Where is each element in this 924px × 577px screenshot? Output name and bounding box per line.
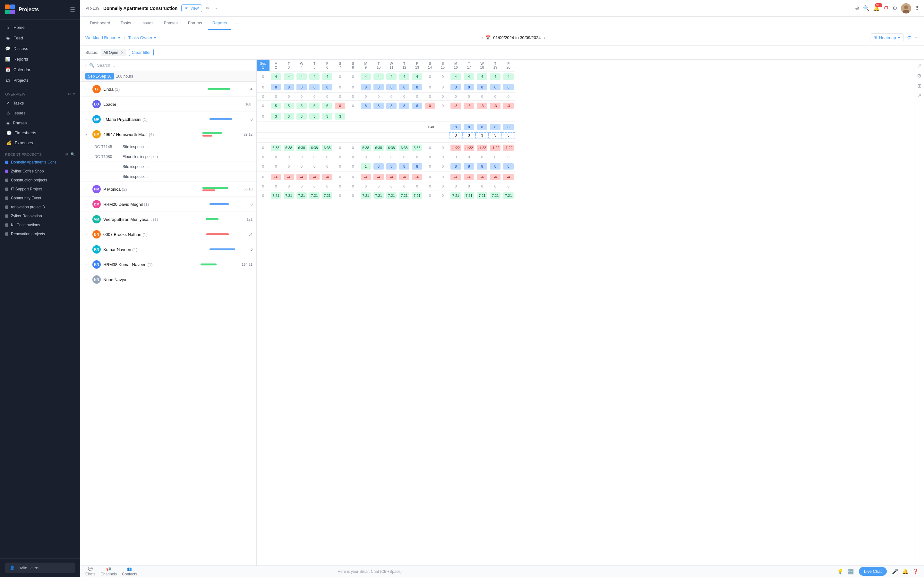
lightbulb-icon[interactable]: 💡 [837,568,843,574]
project-item-zylker-reno[interactable]: Zylker Renovation [0,211,80,221]
settings-icon[interactable]: ⚙ [893,5,897,11]
nav-item-calendar[interactable]: 📅 Calendar [0,64,80,75]
nav-item-home[interactable]: ⌂ Home [0,22,80,33]
apps-icon[interactable]: ⠿ [915,5,919,11]
col-header-t10: T10 [372,60,385,71]
tab-phases[interactable]: Phases [159,17,182,30]
status-bar: 💬 Chats 📢 Channels 👥 Contacts Here is yo… [80,566,924,577]
tab-forums[interactable]: Forums [184,17,207,30]
project-dot [5,169,8,173]
table-row: 0 4 4 4 4 4 0 0 4 4 4 4 4 0 0 [257,71,515,82]
clear-filter-button[interactable]: Clear filter [129,49,153,56]
nav-item-reports[interactable]: 📊 Reports [0,54,80,64]
next-date-button[interactable]: › [543,35,545,41]
fullscreen-icon[interactable]: ⤢ [917,63,921,69]
chevron-down-icon[interactable]: ▾ [73,92,75,96]
sidebar-item-timesheets[interactable]: 🕐 Timesheets [0,128,80,138]
channels-icon: 📢 [106,567,111,571]
chat-icon: 💬 [88,567,93,571]
live-chat-button[interactable]: Live Chat [859,567,887,576]
more-options-button[interactable]: ··· [915,35,919,41]
sidebar-footer: 👤 Invite Users [0,558,80,577]
plus-icon[interactable]: ⊕ [855,5,859,11]
export-icon[interactable]: ↗ [917,93,921,99]
contacts-button[interactable]: 👥 Contacts [122,567,137,576]
notifications-button[interactable]: 🔔 99+ [873,5,880,11]
sidebar-item-tasks[interactable]: ✓ Tasks [0,98,80,108]
channels-button[interactable]: 📢 Channels [100,567,117,576]
resource-row[interactable]: › MP I Maria Priyadharsini (1) 0 [80,112,256,127]
project-item-it-support[interactable]: IT Support Project [0,185,80,193]
table-row: 0 5 5 5 5 5 0 0 8 8 8 8 8 0 0 [257,101,515,111]
tab-reports[interactable]: Reports [208,17,232,30]
search-icon[interactable]: 🔍 [863,5,869,11]
resource-row[interactable]: LO Loader 168 [80,97,256,112]
report-header: Workload Report ▾ › Tasks Owner ▾ ‹ 📅 01… [80,30,924,45]
grid-icon[interactable]: ⊞ [917,83,921,89]
tasks-owner-button[interactable]: Tasks Owner ▾ [128,35,156,40]
search-input[interactable] [97,63,251,68]
filter-button[interactable]: ⚗ [907,35,911,41]
section-actions: ⚙ ▾ [68,92,75,96]
sidebar-item-issues[interactable]: ⚠ Issues [0,108,80,118]
search-icon[interactable]: 🔍 [71,152,75,156]
project-item-renovation3[interactable]: renovation project 3 [0,203,80,211]
resource-row[interactable]: › VM Veeraputhiran Muniyasa... (1) 121 [80,212,256,227]
collapse-icon[interactable]: ‹ [86,63,87,68]
translate-icon[interactable]: 🔤 [847,568,854,574]
view-button[interactable]: 👁 View [181,5,202,12]
heatmap-button[interactable]: ⊞ Heatmap ▾ [870,33,904,42]
resource-row[interactable]: › PM P Monica (2) 50:18 [80,182,256,197]
resource-row[interactable]: › DM HRM20 David Mughil (1) 0 [80,197,256,212]
help-icon[interactable]: ❓ [913,568,919,574]
nav-tabs: Dashboard Tasks Issues Phases Forums Rep… [80,17,924,30]
pencil-icon[interactable]: ✏ [206,6,210,11]
avatar: KN [92,260,101,269]
tab-issues[interactable]: Issues [137,17,158,30]
status-badge: All Open ✕ [101,49,126,56]
project-dot [5,161,8,164]
settings-icon[interactable]: ⚙ [917,73,921,79]
resource-row-brooks[interactable]: › BN 0007 Brooks Nathan (1) -84 [80,227,256,242]
sidebar-item-expenses[interactable]: 💰 Expenses [0,138,80,148]
tab-dashboard[interactable]: Dashboard [86,17,115,30]
prev-date-button[interactable]: ‹ [481,35,483,41]
invite-users-button[interactable]: 👤 Invite Users [5,562,75,573]
more-tabs-button[interactable]: ··· [233,18,241,29]
resource-bar [200,263,239,266]
project-item-donnelly[interactable]: Donnelly Apartments Cons... [0,158,80,167]
project-item-construction[interactable]: Construction projects [0,176,80,185]
chevron-right-icon: › [86,232,90,237]
remove-status-button[interactable]: ✕ [121,50,124,55]
workload-report-button[interactable]: Workload Report ▾ [86,35,120,40]
more-icon[interactable]: ··· [213,6,217,11]
resource-row[interactable]: › KN Kumar Naveen (1) 0 [80,242,256,257]
filter-icon[interactable]: ⚙ [65,152,69,156]
tab-tasks[interactable]: Tasks [116,17,136,30]
settings-icon[interactable]: ⚙ [68,92,71,96]
svg-rect-1 [10,5,15,9]
svg-rect-2 [5,10,10,14]
timer-icon[interactable]: ⏱ [884,5,889,11]
col-header-m9: M9 [359,60,372,71]
resource-bar [206,218,244,220]
nav-item-projects[interactable]: 🗂 Projects [0,75,80,85]
calendar-icon[interactable]: 📅 [485,35,491,40]
resource-row[interactable]: › KN HRM38 Kumar Naveen (1) 154:21 [80,257,256,272]
project-item-zylker-coffee[interactable]: Zylker Coffee Shop [0,167,80,176]
user-avatar[interactable] [901,3,911,13]
project-item-reno-proj[interactable]: Renovation projects [0,229,80,239]
chats-button[interactable]: 💬 Chats [86,567,95,576]
col-header-s7: S7 [334,60,347,71]
mic-icon[interactable]: 🎤 [892,568,898,574]
sidebar-item-phases[interactable]: ◈ Phases [0,118,80,128]
resource-row[interactable]: › NN Nune Navya [80,272,256,287]
project-item-kl-const[interactable]: KL Constructions [0,221,80,229]
hamburger-icon[interactable]: ☰ [70,6,75,13]
nav-item-feed[interactable]: ◉ Feed [0,33,80,43]
project-item-community[interactable]: Community Event [0,193,80,203]
resource-row[interactable]: › Li Linda (1) 84 [80,82,256,97]
nav-item-discuss[interactable]: 💬 Discuss [0,43,80,54]
bell-icon[interactable]: 🔔 [902,568,909,574]
resource-row[interactable]: ▾ HM 49647 Hemsworth Mo... (4) 29:12 [80,127,256,142]
